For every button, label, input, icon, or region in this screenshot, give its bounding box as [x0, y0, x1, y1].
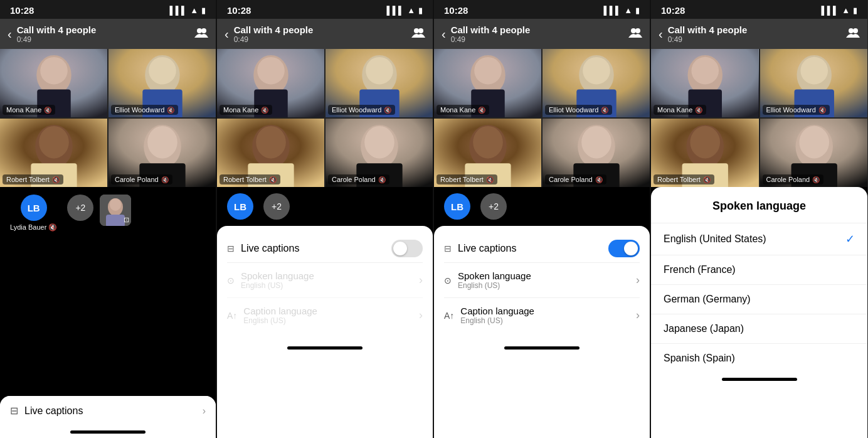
plus-avatar-3: +2 [480, 193, 507, 220]
robert-name-1: Robert Tolbert [6, 176, 50, 183]
signal-icon-4: ▌▌▌ [821, 6, 839, 15]
elliot-mute-1: 🔇 [167, 107, 174, 114]
toggle-2[interactable] [391, 240, 423, 257]
caption-lang-icon-2: A↑ [227, 311, 237, 321]
language-german[interactable]: German (Germany) [651, 284, 867, 314]
svg-point-70 [690, 126, 720, 159]
lydia-avatar-3: LB [444, 193, 470, 220]
live-captions-row-1[interactable]: ⊟ Live captions › [0, 396, 216, 425]
people-icon-2[interactable] [411, 28, 425, 41]
participant-lydia-1: LB Lydia Bauer 🔇 [10, 195, 57, 232]
live-captions-label-1: Live captions [24, 405, 83, 417]
lang-name-4: Spanish (Spain) [664, 353, 735, 364]
svg-point-52 [473, 126, 503, 159]
spoken-lang-left-3: ⊙ Spoken language English (US) [444, 270, 531, 290]
language-english-us[interactable]: English (United States) ✓ [651, 223, 867, 255]
video-cell-mona-4: Mona Kane 🔇 [651, 49, 759, 117]
video-grid-2: Mona Kane 🔇 Elliot Woodward 🔇 [217, 49, 433, 187]
video-cell-mona-1: Mona Kane 🔇 [0, 49, 107, 117]
lydia-2: LB [227, 193, 253, 220]
carole-mute-1: 🔇 [161, 176, 169, 183]
wifi-icon: ▲ [190, 6, 198, 15]
video-cell-elliot-2: Elliot Woodward 🔇 [326, 49, 433, 117]
wifi-icon-2: ▲ [407, 6, 415, 15]
toggle-3[interactable] [608, 240, 640, 257]
mona-name-1: Mona Kane [6, 106, 41, 114]
svg-point-41 [635, 28, 640, 33]
plus-avatar-1: +2 [67, 195, 93, 221]
spoken-lang-row-3[interactable]: ⊙ Spoken language English (US) › [444, 263, 640, 298]
back-button-3[interactable]: ‹ [442, 27, 446, 41]
plus-avatar-2: +2 [263, 193, 290, 220]
captions-toggle-row-2: ⊟ Live captions [227, 235, 423, 263]
chevron-1: › [203, 405, 206, 417]
time-3: 10:28 [444, 5, 468, 16]
language-spanish[interactable]: Spanish (Spain) [651, 343, 867, 373]
spoken-label-2: Spoken language [241, 270, 314, 281]
back-button-4[interactable]: ‹ [659, 27, 663, 41]
label-carole-4: Carole Poland 🔇 [763, 174, 824, 184]
signal-icon-2: ▌▌▌ [386, 6, 404, 15]
participants-row-1: LB Lydia Bauer 🔇 +2 [10, 195, 206, 232]
language-japanese[interactable]: Japanese (Japan) [651, 314, 867, 343]
home-indicator-1 [0, 425, 216, 438]
label-robert-3: Robert Tolbert 🔇 [437, 174, 497, 184]
video-cell-robert-1: Robert Tolbert 🔇 [0, 119, 107, 187]
lydia-avatar-2: LB [227, 193, 253, 220]
battery-icon-4: ▮ [853, 6, 857, 15]
label-mona-1: Mona Kane 🔇 [3, 105, 55, 115]
wifi-icon-3: ▲ [624, 6, 632, 15]
toggle-knob-2 [393, 242, 407, 255]
captions-label-3: Live captions [458, 243, 516, 254]
video-cell-carole-3: Carole Poland 🔇 [542, 119, 650, 187]
plus-2: +2 [263, 193, 290, 220]
people-icon-1[interactable] [194, 28, 208, 41]
lang-check-0: ✓ [845, 232, 855, 246]
svg-point-62 [691, 57, 719, 85]
home-bar-3 [504, 346, 580, 350]
label-carole-2: Carole Poland 🔇 [328, 174, 389, 184]
camera-icon-1: ⊡ [124, 216, 129, 224]
label-robert-2: Robert Tolbert 🔇 [220, 174, 280, 184]
mona-mute-1: 🔇 [44, 107, 51, 114]
time-1: 10:28 [10, 5, 34, 16]
back-button-1[interactable]: ‹ [8, 27, 12, 41]
language-french[interactable]: French (France) [651, 255, 867, 284]
people-icon-4[interactable] [846, 28, 860, 41]
live-captions-left-1: ⊟ Live captions [10, 405, 83, 417]
time-2: 10:28 [227, 5, 251, 16]
caption-label-3: Caption language [460, 306, 534, 316]
below-video-1: LB Lydia Bauer 🔇 +2 [0, 187, 216, 396]
battery-icon-3: ▮ [635, 6, 640, 15]
caption-icon-2: ⊟ [227, 243, 235, 254]
svg-point-0 [197, 28, 202, 33]
spoken-label-3: Spoken language [458, 270, 531, 281]
svg-point-4 [40, 57, 68, 85]
svg-point-66 [800, 57, 828, 85]
bottom-panel-1: ⊟ Live captions › [0, 396, 216, 438]
people-icon-3[interactable] [628, 28, 642, 41]
svg-point-30 [366, 57, 393, 85]
call-title-4: Call with 4 people [668, 24, 846, 35]
svg-point-40 [631, 28, 636, 33]
status-icons-3: ▌▌▌ ▲ ▮ [603, 6, 640, 15]
home-bar-1 [70, 430, 146, 434]
screen-4: 10:28 ▌▌▌ ▲ ▮ ‹ Call with 4 people 0:49 [651, 0, 868, 438]
elliot-name-1: Elliot Woodward [115, 106, 164, 114]
back-button-2[interactable]: ‹ [225, 27, 229, 41]
svg-point-8 [149, 57, 176, 85]
svg-point-48 [583, 57, 610, 85]
call-duration-4: 0:49 [668, 35, 846, 44]
battery-icon: ▮ [201, 6, 206, 15]
screen-3: 10:28 ▌▌▌ ▲ ▮ ‹ Call with 4 people 0:49 [434, 0, 651, 438]
screen-2: 10:28 ▌▌▌ ▲ ▮ ‹ Call with 4 people 0:49 [217, 0, 434, 438]
caption-lang-icon-3: A↑ [444, 311, 454, 321]
caption-lang-row-3[interactable]: A↑ Caption language English (US) › [444, 298, 640, 333]
svg-point-59 [853, 28, 858, 33]
call-info-2: Call with 4 people 0:49 [234, 24, 411, 44]
call-title-1: Call with 4 people [17, 24, 194, 35]
svg-point-20 [110, 198, 121, 211]
label-robert-1: Robert Tolbert 🔇 [3, 174, 63, 184]
video-cell-robert-2: Robert Tolbert 🔇 [217, 119, 324, 187]
label-elliot-1: Elliot Woodward 🔇 [111, 105, 178, 115]
